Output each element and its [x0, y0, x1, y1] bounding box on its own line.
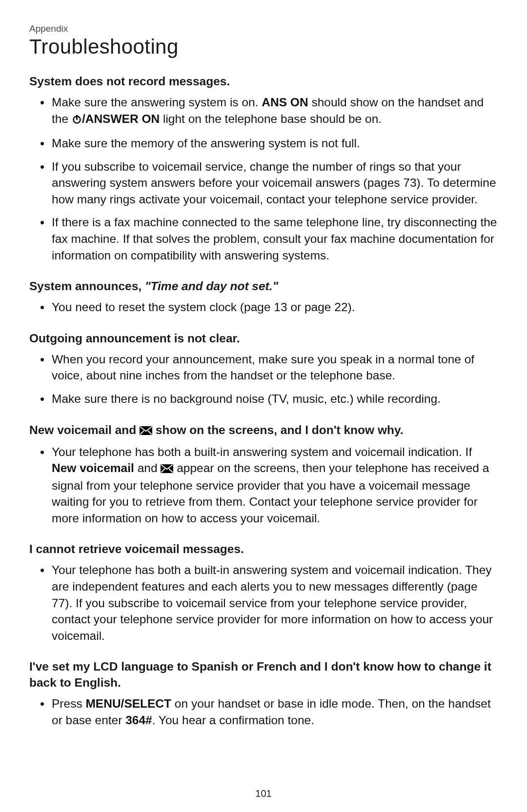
heading-text: show on the screens, and I don't know wh… — [152, 423, 404, 436]
body-text: light on the telephone base should be on… — [160, 112, 382, 125]
list-item: If there is a fax machine connected to t… — [52, 214, 498, 263]
issue-heading: System announces, "Time and day not set.… — [29, 278, 498, 294]
bullet-list: Your telephone has both a built-in answe… — [29, 444, 498, 527]
envelope-icon — [161, 461, 173, 477]
list-item: Make sure the answering system is on. AN… — [52, 94, 498, 128]
list-item: When you record your announcement, make … — [52, 351, 498, 384]
bullet-list: You need to reset the system clock (page… — [29, 299, 498, 316]
bullet-list: Make sure the answering system is on. AN… — [29, 94, 498, 263]
envelope-icon — [140, 423, 152, 439]
bold-text: /SELECT — [121, 697, 171, 710]
list-item: Make sure the memory of the answering sy… — [52, 135, 498, 152]
body-text: Your telephone has both a built-in answe… — [52, 445, 472, 458]
heading-text: I've set my LCD language to Spanish or F… — [29, 660, 491, 689]
list-item: Press MENU/SELECT on your handset or bas… — [52, 695, 498, 728]
list-item: You need to reset the system clock (page… — [52, 299, 498, 316]
bold-text: /ANSWER ON — [72, 112, 160, 125]
issue-heading: System does not record messages. — [29, 73, 498, 89]
bullet-list: Press MENU/SELECT on your handset or bas… — [29, 695, 498, 728]
bold-text: New voicemail — [52, 461, 134, 475]
issue-heading: New voicemail and show on the screens, a… — [29, 422, 498, 439]
manual-page: Appendix Troubleshooting System does not… — [0, 0, 527, 812]
list-item: If you subscribe to voicemail service, c… — [52, 158, 498, 208]
bullet-list: When you record your announcement, make … — [29, 351, 498, 407]
bold-text: /ANSWER ON — [82, 112, 160, 125]
section-title: Troubleshooting — [29, 35, 498, 59]
heading-text: System announces, — [29, 279, 145, 293]
heading-text: New voicemail and — [29, 423, 140, 436]
power-icon — [72, 112, 82, 129]
list-item: Your telephone has both a built-in answe… — [52, 444, 498, 527]
body-text: and — [134, 461, 161, 475]
bold-text: ANS ON — [262, 96, 308, 109]
issue-heading: Outgoing announcement is not clear. — [29, 330, 498, 346]
body-text: Press — [52, 697, 85, 710]
body-text: Make sure the answering system is on. — [52, 96, 262, 109]
list-item: Your telephone has both a built-in answe… — [52, 562, 498, 644]
heading-text: System does not record messages. — [29, 75, 230, 88]
smallcaps-text: MENU — [85, 697, 121, 710]
heading-text: I cannot retrieve voicemail messages. — [29, 542, 244, 555]
issue-heading: I cannot retrieve voicemail messages. — [29, 541, 498, 557]
bold-text: 364# — [125, 713, 152, 727]
page-number: 101 — [0, 788, 527, 799]
appendix-label: Appendix — [29, 23, 498, 34]
list-item: Make sure there is no background noise (… — [52, 391, 498, 407]
heading-italic: "Time and day not set." — [145, 279, 278, 293]
heading-text: Outgoing announcement is not clear. — [29, 332, 240, 345]
body-text: . You hear a confirmation tone. — [152, 713, 314, 727]
issue-heading: I've set my LCD language to Spanish or F… — [29, 658, 498, 691]
bullet-list: Your telephone has both a built-in answe… — [29, 562, 498, 644]
